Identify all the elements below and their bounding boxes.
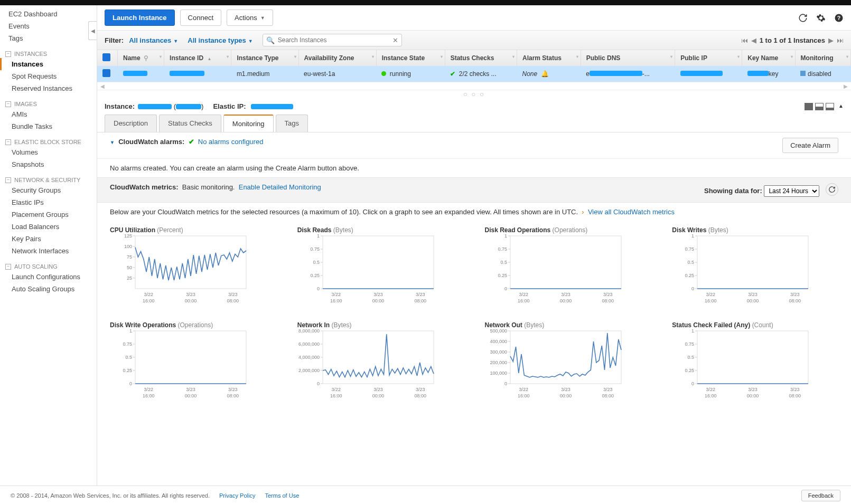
- col-alarm-status[interactable]: Alarm Status▾: [517, 50, 581, 66]
- alarms-toggle-icon[interactable]: ▼: [110, 140, 115, 145]
- terms-link[interactable]: Terms of Use: [265, 492, 299, 499]
- tab-monitoring[interactable]: Monitoring: [223, 115, 274, 132]
- privacy-link[interactable]: Privacy Policy: [219, 492, 255, 499]
- period-select[interactable]: Last 24 Hours: [764, 185, 819, 197]
- sidebar-item-tags[interactable]: Tags: [4, 32, 97, 44]
- alarm-bell-icon[interactable]: 🔔: [541, 70, 549, 78]
- panel-collapse-icon[interactable]: ▲: [838, 103, 844, 110]
- sidebar-item-ec2-dashboard[interactable]: EC2 Dashboard: [4, 8, 97, 20]
- sidebar-item-launch-configurations[interactable]: Launch Configurations: [4, 271, 97, 283]
- elastic-ip-label: Elastic IP:: [213, 102, 246, 110]
- sidebar-item-instances[interactable]: Instances: [0, 58, 97, 70]
- collapse-icon[interactable]: −: [5, 264, 11, 270]
- search-clear-icon[interactable]: ✕: [392, 36, 398, 44]
- svg-text:3/23: 3/23: [748, 292, 758, 297]
- chart-disk-read-operations[interactable]: Disk Read Operations (Operations)00.250.…: [485, 226, 651, 306]
- sidebar-item-spot-requests[interactable]: Spot Requests: [4, 70, 97, 82]
- collapse-icon[interactable]: −: [5, 139, 11, 145]
- svg-text:3/22: 3/22: [144, 387, 153, 392]
- help-icon[interactable]: ?: [834, 13, 844, 23]
- collapse-icon[interactable]: −: [5, 177, 11, 183]
- sidebar-item-key-pairs[interactable]: Key Pairs: [4, 233, 97, 245]
- sidebar-item-load-balancers[interactable]: Load Balancers: [4, 221, 97, 233]
- col-key-name[interactable]: Key Name▾: [742, 50, 795, 66]
- col-status-checks[interactable]: Status Checks▾: [445, 50, 517, 66]
- col-public-ip[interactable]: Public IP▾: [675, 50, 742, 66]
- launch-instance-button[interactable]: Launch Instance: [105, 9, 175, 26]
- collapse-icon[interactable]: −: [5, 51, 11, 57]
- filter-all-types[interactable]: All instance types▼: [188, 36, 253, 44]
- svg-rect-80: [135, 331, 246, 384]
- refresh-icon[interactable]: [798, 13, 808, 23]
- svg-text:0.75: 0.75: [123, 341, 132, 347]
- sidebar-item-snapshots[interactable]: Snapshots: [4, 158, 97, 170]
- svg-text:16:00: 16:00: [517, 393, 529, 398]
- connect-button[interactable]: Connect: [180, 9, 221, 26]
- col-name[interactable]: Name ⚲▾: [118, 50, 164, 66]
- tab-description[interactable]: Description: [105, 115, 157, 132]
- panel-resize-grip[interactable]: ○ ○ ○: [97, 90, 851, 98]
- pager-prev-icon[interactable]: ◀: [751, 36, 756, 44]
- no-alarms-link[interactable]: No alarms configured: [198, 138, 264, 146]
- tab-tags[interactable]: Tags: [276, 115, 308, 132]
- chart-status-check-failed-any-[interactable]: Status Check Failed (Any) (Count)00.250.…: [672, 321, 838, 401]
- metrics-refresh-icon[interactable]: [826, 183, 838, 196]
- table-scroll-rail[interactable]: ◀▶: [97, 82, 851, 90]
- col-monitoring[interactable]: Monitoring▾: [795, 50, 850, 66]
- panel-view-min-icon[interactable]: [826, 103, 834, 110]
- pager-next-icon[interactable]: ▶: [828, 36, 834, 44]
- filter-icon[interactable]: ⚲: [144, 54, 148, 62]
- sidebar-item-security-groups[interactable]: Security Groups: [4, 184, 97, 196]
- svg-text:0.5: 0.5: [313, 260, 320, 265]
- sidebar-item-volumes[interactable]: Volumes: [4, 146, 97, 158]
- chart-network-in[interactable]: Network In (Bytes)02,000,0004,000,0006,0…: [297, 321, 464, 401]
- feedback-button[interactable]: Feedback: [801, 490, 840, 501]
- panel-view-half-icon[interactable]: [815, 103, 824, 110]
- collapse-icon[interactable]: −: [5, 101, 11, 107]
- chart-disk-write-operations[interactable]: Disk Write Operations (Operations)00.250…: [110, 321, 276, 401]
- tab-status-checks[interactable]: Status Checks: [159, 115, 221, 132]
- col-availability-zone[interactable]: Availability Zone▾: [298, 50, 376, 66]
- col-instance-state[interactable]: Instance State▾: [376, 50, 445, 66]
- svg-text:3/23: 3/23: [228, 387, 238, 392]
- sidebar-item-bundle-tasks[interactable]: Bundle Tasks: [4, 120, 97, 132]
- svg-text:08:00: 08:00: [414, 298, 426, 303]
- sidebar-item-network-interfaces[interactable]: Network Interfaces: [4, 245, 97, 257]
- sidebar-item-events[interactable]: Events: [4, 20, 97, 32]
- cell-instance-type: m1.medium: [231, 66, 298, 82]
- chart-network-out[interactable]: Network Out (Bytes)0100,000200,000300,00…: [485, 321, 651, 401]
- col-checkbox[interactable]: [97, 50, 118, 66]
- view-all-metrics-link[interactable]: View all CloudWatch metrics: [588, 208, 675, 216]
- search-icon: 🔍: [266, 36, 275, 44]
- cloudwatch-alarms-label: CloudWatch alarms:: [118, 138, 184, 146]
- create-alarm-button[interactable]: Create Alarm: [782, 138, 838, 153]
- sidebar-collapse-handle[interactable]: ◀: [88, 21, 97, 40]
- panel-view-full-icon[interactable]: [805, 103, 813, 110]
- svg-text:3/23: 3/23: [228, 292, 238, 297]
- sidebar-item-elastic-ips[interactable]: Elastic IPs: [4, 196, 97, 208]
- select-all-checkbox[interactable]: [102, 53, 110, 61]
- actions-menu-button[interactable]: Actions▼: [227, 9, 273, 26]
- svg-text:0.75: 0.75: [685, 246, 695, 252]
- enable-detailed-link[interactable]: Enable Detailed Monitoring: [239, 183, 321, 191]
- chart-disk-reads[interactable]: Disk Reads (Bytes)00.250.50.7513/2216:00…: [297, 226, 464, 306]
- settings-gear-icon[interactable]: [816, 13, 826, 23]
- col-public-dns[interactable]: Public DNS▾: [581, 50, 675, 66]
- col-instance-type[interactable]: Instance Type▾: [231, 50, 298, 66]
- pager-last-icon[interactable]: ⏭: [837, 36, 844, 44]
- search-input[interactable]: [277, 36, 392, 44]
- chart-cpu-utilization[interactable]: CPU Utilization (Percent)2550751001253/2…: [110, 226, 276, 306]
- chart-disk-writes[interactable]: Disk Writes (Bytes)00.250.50.7513/2216:0…: [672, 226, 838, 306]
- sidebar-item-reserved-instances[interactable]: Reserved Instances: [4, 82, 97, 94]
- instance-row[interactable]: m1.medium eu-west-1a running ✔ 2/2 check…: [97, 66, 851, 82]
- svg-rect-133: [697, 331, 808, 384]
- row-checkbox[interactable]: [102, 69, 110, 77]
- filter-all-instances[interactable]: All instances▼: [129, 36, 178, 44]
- pager-first-icon[interactable]: ⏮: [741, 36, 748, 44]
- sidebar-item-placement-groups[interactable]: Placement Groups: [4, 208, 97, 221]
- sidebar-item-amis[interactable]: AMIs: [4, 108, 97, 120]
- svg-rect-116: [510, 331, 621, 384]
- sidebar-item-auto-scaling-groups[interactable]: Auto Scaling Groups: [4, 283, 97, 295]
- col-instance-id[interactable]: Instance ID ▲▾: [164, 50, 231, 66]
- search-box[interactable]: 🔍 ✕: [263, 34, 402, 46]
